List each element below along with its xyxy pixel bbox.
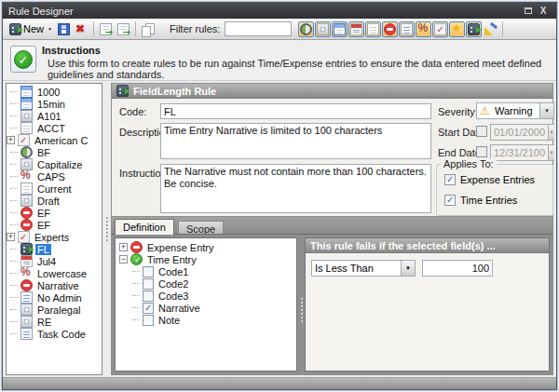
save-icon	[58, 23, 70, 35]
definition-splitter[interactable]	[298, 237, 305, 372]
sidebar-item-draft[interactable]: Draft	[7, 195, 102, 207]
expense-entries-option[interactable]: Expense Entries	[444, 174, 535, 185]
amount-input[interactable]	[422, 260, 493, 277]
start-date-dropdown[interactable]: 01/01/2000 ▼	[490, 124, 554, 141]
start-date-checkbox[interactable]	[476, 126, 487, 137]
dropdown-arrow-icon[interactable]: ▼	[401, 261, 415, 276]
toolbar-separator	[502, 21, 503, 36]
dropdown-arrow-icon: ▼	[548, 145, 554, 160]
sidebar-item-american-c[interactable]: +American C	[7, 134, 102, 146]
filter-no-entry-button[interactable]	[382, 21, 398, 37]
filter-star-button[interactable]	[449, 21, 465, 37]
sidebar-item-15min[interactable]: 15min	[7, 98, 102, 110]
warning-icon	[480, 105, 492, 117]
sidebar-item-paralegal[interactable]: Paralegal	[7, 304, 102, 316]
new-button-label: New	[23, 23, 44, 34]
tab-definition[interactable]: Definition	[115, 219, 174, 235]
coin-icon	[20, 146, 33, 158]
applies-to-label: Applies To:	[441, 158, 497, 169]
tree-item-time-entry[interactable]: −Time Entry	[116, 253, 296, 265]
operator-dropdown[interactable]: Is Less Than ▼	[311, 260, 416, 277]
instructions-button[interactable]: ✓	[10, 46, 36, 73]
tree-item-narrative[interactable]: Narrative	[116, 302, 296, 314]
note-checkbox[interactable]	[143, 315, 154, 326]
filter-window-button[interactable]	[315, 21, 331, 37]
percent-icon	[20, 267, 33, 279]
tree-item-expense-entry[interactable]: +Expense Entry	[116, 241, 296, 253]
instructions-textarea[interactable]: The Narrative must not contain more than…	[160, 164, 431, 213]
code-input[interactable]	[160, 103, 431, 119]
tab-scope[interactable]: Scope	[178, 221, 224, 235]
sidebar-item-fl-selected[interactable]: FL	[7, 243, 102, 255]
filter-plug-button[interactable]	[466, 21, 482, 37]
sidebar-item-bf[interactable]: BF	[7, 146, 102, 158]
applies-to-group: Applies To: Expense Entries Time Entries	[436, 164, 553, 216]
close-button[interactable]: X	[536, 5, 551, 17]
sidebar-item-current[interactable]: Current	[7, 182, 102, 195]
coin-icon	[300, 23, 312, 35]
delete-icon	[75, 23, 88, 35]
sidebar-item-a101[interactable]: A101	[7, 110, 102, 122]
tree-item-code2[interactable]: Code2	[116, 277, 296, 290]
sidebar-item-ef[interactable]: EF	[7, 207, 102, 219]
delete-button[interactable]	[73, 21, 90, 37]
severity-dropdown[interactable]: Warning ▼	[476, 102, 554, 119]
filter-document-lines-button[interactable]	[399, 21, 415, 37]
expand-icon[interactable]: +	[119, 243, 128, 251]
description-textarea[interactable]: Time Entry Narrative is limited to 100 c…	[160, 123, 431, 159]
code2-checkbox[interactable]	[143, 278, 154, 290]
sidebar-item-acct[interactable]: ACCT	[7, 122, 102, 134]
copy-button[interactable]	[139, 21, 157, 37]
minimize-icon	[525, 7, 532, 14]
expand-icon[interactable]: +	[7, 233, 15, 241]
rule-plug-icon	[9, 23, 21, 35]
sidebar-item-ef2[interactable]: EF	[7, 219, 102, 231]
sidebar-item-1000[interactable]: 1000	[7, 86, 102, 98]
sidebar-item-no-admin[interactable]: No Admin	[7, 291, 102, 304]
export-button[interactable]	[97, 21, 115, 37]
sidebar-item-experts[interactable]: +Experts	[7, 231, 102, 243]
sidebar-splitter[interactable]	[103, 83, 111, 375]
sidebar-item-lowercase[interactable]: Lowercase	[7, 267, 102, 279]
minimize-button[interactable]	[521, 5, 536, 17]
tree-item-code3[interactable]: Code3	[116, 290, 296, 302]
import-button[interactable]	[115, 21, 132, 37]
field-tree: +Expense Entry −Time Entry Code1 Code2 C…	[115, 237, 297, 372]
collapse-icon[interactable]: −	[119, 255, 128, 264]
filter-percent-button[interactable]	[416, 21, 431, 37]
new-dropdown-arrow-icon[interactable]: ▼	[48, 26, 52, 32]
end-date-checkbox[interactable]	[476, 146, 487, 157]
dropdown-arrow-icon[interactable]: ▼	[539, 103, 553, 118]
document-lines-icon	[20, 291, 33, 304]
end-date-dropdown[interactable]: 12/31/2100 ▼	[490, 144, 554, 161]
expense-entries-checkbox[interactable]	[444, 174, 456, 185]
sidebar-item-task-code[interactable]: Task Code	[7, 328, 102, 340]
new-rule-button[interactable]: New ▼	[7, 21, 55, 37]
expand-icon[interactable]: +	[7, 136, 15, 144]
filter-clipboard-button[interactable]	[365, 21, 381, 37]
narrative-checkbox[interactable]	[143, 303, 154, 314]
filter-red-check-button[interactable]	[432, 21, 448, 37]
time-entries-checkbox[interactable]	[444, 195, 456, 206]
save-button[interactable]	[55, 21, 73, 37]
toolbar-separator	[135, 21, 136, 36]
filter-form-button[interactable]	[332, 21, 348, 37]
time-entries-option[interactable]: Time Entries	[444, 195, 517, 206]
severity-label: Severity:	[438, 106, 478, 117]
filter-calendar-button[interactable]	[348, 21, 364, 37]
sidebar-item-caps[interactable]: CAPS	[7, 170, 102, 182]
condition-row: Is Less Than ▼	[311, 260, 493, 277]
clear-filters-button[interactable]	[482, 21, 499, 37]
tree-item-code1[interactable]: Code1	[116, 265, 296, 277]
code3-checkbox[interactable]	[143, 291, 154, 302]
filter-rules-input[interactable]	[225, 21, 292, 36]
tree-item-note[interactable]: Note	[116, 314, 296, 326]
definition-tabstrip: Definition Scope	[112, 216, 552, 234]
export-icon	[100, 23, 112, 35]
sidebar-item-narrative[interactable]: Narrative	[7, 279, 102, 291]
condition-header-title: This rule fails if the selected field(s)…	[310, 240, 496, 251]
sidebar-item-re[interactable]: RE	[7, 316, 102, 328]
filter-coin-button[interactable]	[298, 21, 314, 37]
code1-checkbox[interactable]	[143, 266, 154, 277]
title-bar[interactable]: Rule Designer X	[3, 3, 556, 19]
